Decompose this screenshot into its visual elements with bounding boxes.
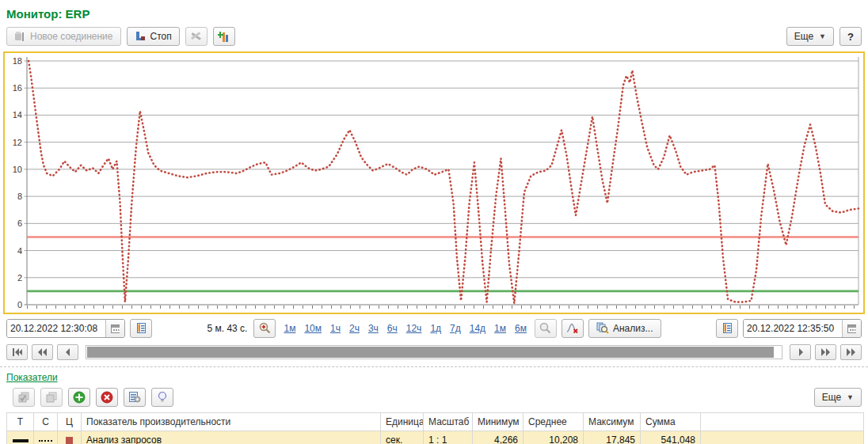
stop-icon [135, 31, 147, 42]
help-button[interactable]: ? [839, 27, 862, 46]
indicators-link[interactable]: Показатели [6, 372, 58, 383]
column-header-3[interactable]: Показатель производительности [82, 413, 381, 431]
delete-indicator-button[interactable] [96, 388, 118, 407]
scroll-forward-button[interactable] [790, 344, 811, 360]
cell-filler[interactable] [701, 431, 864, 444]
svg-text:8: 8 [17, 192, 22, 201]
range-link-4-3ч[interactable]: 3ч [368, 323, 379, 334]
backward-icon [65, 347, 71, 357]
indicator-row[interactable]: Анализ запросовсек.1 : 14,26610,20817,84… [7, 431, 864, 444]
cell-color[interactable] [58, 431, 82, 444]
end-datetime-input[interactable] [744, 320, 842, 337]
scroll-fast-back-button[interactable] [32, 344, 53, 360]
new-connection-label: Новое соединение [30, 31, 113, 42]
range-link-11-6м[interactable]: 6м [515, 323, 527, 334]
tools-icon [190, 31, 202, 42]
scroll-fast-forward-button[interactable] [815, 344, 836, 360]
end-calendar-button[interactable] [842, 320, 861, 337]
cell-unit[interactable]: сек. [381, 431, 424, 444]
scrollbar-thumb[interactable] [87, 347, 774, 358]
column-header-5[interactable]: Масштаб [424, 413, 473, 431]
delete-circle-icon [101, 391, 113, 404]
range-links: 1м10м1ч2ч3ч6ч12ч1д7д14д1м6м [284, 323, 527, 334]
calendar-icon [847, 324, 856, 333]
add-indicator-button[interactable] [68, 388, 90, 407]
scroll-last-button[interactable] [840, 344, 862, 360]
column-header-0[interactable]: Т [7, 413, 34, 431]
svg-text:0: 0 [17, 300, 22, 309]
more-button-bottom[interactable]: Еще ▼ [814, 388, 862, 407]
add-circle-icon [73, 391, 86, 404]
stop-button[interactable]: Стоп [127, 27, 180, 46]
range-link-5-6ч[interactable]: 6ч [387, 323, 398, 334]
column-header-8[interactable]: Максимум [584, 413, 641, 431]
range-link-2-1ч[interactable]: 1ч [330, 323, 341, 334]
svg-text:12: 12 [13, 138, 22, 147]
column-header-1[interactable]: С [34, 413, 58, 431]
more-button-top[interactable]: Еще ▼ [786, 27, 834, 46]
skip-to-start-icon [12, 347, 22, 357]
range-link-0-1м[interactable]: 1м [284, 323, 295, 334]
zoom-out-button[interactable] [535, 319, 557, 338]
cell-line-type[interactable] [7, 431, 34, 444]
start-calendar-button[interactable] [105, 320, 124, 337]
end-event-log-button[interactable] [716, 319, 738, 338]
dropdown-caret-icon: ▼ [847, 393, 854, 401]
stop-label: Стоп [150, 31, 172, 42]
svg-text:18: 18 [13, 56, 22, 66]
more-label: Еще [794, 31, 813, 42]
cell-sum[interactable]: 541,048 [641, 431, 701, 444]
cell-min[interactable]: 4,266 [473, 431, 523, 444]
section-divider [0, 366, 868, 367]
monitor-window: Монитор: ERP Новое соединение Стоп [0, 0, 868, 444]
scroll-first-button[interactable] [6, 344, 28, 360]
help-label: ? [847, 31, 854, 43]
chart-panel[interactable]: 024681012141618 [3, 51, 865, 314]
tools-button[interactable] [185, 27, 207, 46]
end-datetime-group [743, 319, 862, 338]
cell-line-style[interactable] [34, 431, 58, 444]
column-header-4[interactable]: Единица [381, 413, 424, 431]
column-header-7[interactable]: Среднее [523, 413, 584, 431]
timeline-scrollbar[interactable] [86, 345, 782, 359]
performance-chart[interactable]: 024681012141618 [6, 54, 863, 309]
column-header-9[interactable]: Сумма [641, 413, 701, 431]
tip-button[interactable] [151, 388, 173, 407]
zoom-in-button[interactable] [253, 319, 276, 338]
range-link-8-7д[interactable]: 7д [450, 323, 461, 334]
check-lines-button[interactable] [13, 388, 35, 407]
indicator-settings-button[interactable] [124, 388, 146, 407]
start-datetime-group [6, 319, 125, 338]
forward-icon [798, 347, 804, 357]
svg-text:14: 14 [13, 110, 22, 120]
clear-analysis-button[interactable] [562, 319, 584, 338]
zoom-out-icon [539, 322, 551, 334]
bell-curve-x-icon [566, 322, 579, 334]
range-link-1-10м[interactable]: 10м [304, 323, 322, 334]
series-color-sample [66, 437, 73, 444]
copy-lines-button[interactable] [40, 388, 63, 407]
indicators-table: ТСЦПоказатель производительностиЕдиницаМ… [6, 412, 864, 444]
range-link-3-2ч[interactable]: 2ч [349, 323, 360, 334]
column-header-2[interactable]: Ц [58, 413, 82, 431]
timeline-scroll-row [6, 343, 862, 360]
range-link-6-12ч[interactable]: 12ч [406, 323, 422, 334]
start-event-log-button[interactable] [130, 319, 152, 338]
event-list-icon [721, 322, 733, 334]
start-datetime-input[interactable] [7, 320, 105, 337]
scroll-back-button[interactable] [57, 344, 78, 360]
range-link-10-1м[interactable]: 1м [494, 323, 506, 334]
new-connection-button[interactable]: Новое соединение [6, 27, 121, 46]
skip-to-end-icon [846, 347, 856, 357]
light-bulb-icon [157, 391, 168, 403]
add-chart-button[interactable] [213, 27, 235, 46]
range-link-9-14д[interactable]: 14д [470, 323, 485, 334]
cell-avg[interactable]: 10,208 [523, 431, 584, 444]
analyze-button[interactable]: Анализ... [588, 319, 661, 338]
time-range-bar: 5 м. 43 с. 1м10м1ч2ч3ч6ч12ч1д7д14д1м6м [6, 318, 862, 338]
cell-name[interactable]: Анализ запросов [82, 431, 381, 444]
cell-max[interactable]: 17,845 [584, 431, 641, 444]
column-header-6[interactable]: Минимум [473, 413, 523, 431]
range-link-7-1д[interactable]: 1д [430, 323, 441, 334]
cell-scale[interactable]: 1 : 1 [424, 431, 473, 444]
